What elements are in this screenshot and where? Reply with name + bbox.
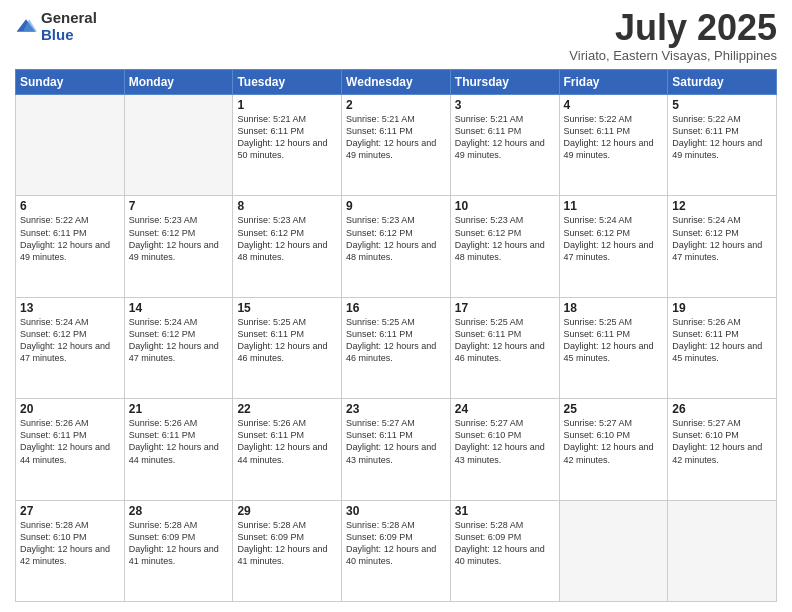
day-number: 24	[455, 402, 555, 416]
day-info: Sunrise: 5:25 AM Sunset: 6:11 PM Dayligh…	[564, 316, 664, 365]
day-number: 29	[237, 504, 337, 518]
day-info: Sunrise: 5:22 AM Sunset: 6:11 PM Dayligh…	[564, 113, 664, 162]
day-number: 9	[346, 199, 446, 213]
calendar-cell: 20Sunrise: 5:26 AM Sunset: 6:11 PM Dayli…	[16, 399, 125, 500]
calendar-cell	[16, 95, 125, 196]
calendar-table: SundayMondayTuesdayWednesdayThursdayFrid…	[15, 69, 777, 602]
day-info: Sunrise: 5:27 AM Sunset: 6:10 PM Dayligh…	[455, 417, 555, 466]
col-header-tuesday: Tuesday	[233, 70, 342, 95]
day-number: 31	[455, 504, 555, 518]
day-number: 17	[455, 301, 555, 315]
day-number: 7	[129, 199, 229, 213]
calendar-cell: 11Sunrise: 5:24 AM Sunset: 6:12 PM Dayli…	[559, 196, 668, 297]
calendar-cell: 14Sunrise: 5:24 AM Sunset: 6:12 PM Dayli…	[124, 297, 233, 398]
logo: General Blue	[15, 10, 97, 43]
header: General Blue July 2025 Viriato, Eastern …	[15, 10, 777, 63]
day-number: 25	[564, 402, 664, 416]
calendar-cell	[559, 500, 668, 601]
calendar-cell: 21Sunrise: 5:26 AM Sunset: 6:11 PM Dayli…	[124, 399, 233, 500]
day-number: 30	[346, 504, 446, 518]
day-info: Sunrise: 5:22 AM Sunset: 6:11 PM Dayligh…	[672, 113, 772, 162]
day-number: 23	[346, 402, 446, 416]
day-number: 1	[237, 98, 337, 112]
day-info: Sunrise: 5:28 AM Sunset: 6:09 PM Dayligh…	[129, 519, 229, 568]
calendar-week-row: 1Sunrise: 5:21 AM Sunset: 6:11 PM Daylig…	[16, 95, 777, 196]
day-number: 10	[455, 199, 555, 213]
day-number: 27	[20, 504, 120, 518]
calendar-cell: 13Sunrise: 5:24 AM Sunset: 6:12 PM Dayli…	[16, 297, 125, 398]
day-info: Sunrise: 5:26 AM Sunset: 6:11 PM Dayligh…	[672, 316, 772, 365]
calendar-cell: 1Sunrise: 5:21 AM Sunset: 6:11 PM Daylig…	[233, 95, 342, 196]
calendar-cell: 26Sunrise: 5:27 AM Sunset: 6:10 PM Dayli…	[668, 399, 777, 500]
day-info: Sunrise: 5:21 AM Sunset: 6:11 PM Dayligh…	[455, 113, 555, 162]
day-info: Sunrise: 5:28 AM Sunset: 6:09 PM Dayligh…	[237, 519, 337, 568]
calendar-cell: 17Sunrise: 5:25 AM Sunset: 6:11 PM Dayli…	[450, 297, 559, 398]
logo-text: General Blue	[41, 10, 97, 43]
calendar-cell: 28Sunrise: 5:28 AM Sunset: 6:09 PM Dayli…	[124, 500, 233, 601]
day-info: Sunrise: 5:22 AM Sunset: 6:11 PM Dayligh…	[20, 214, 120, 263]
day-info: Sunrise: 5:25 AM Sunset: 6:11 PM Dayligh…	[346, 316, 446, 365]
calendar-cell: 25Sunrise: 5:27 AM Sunset: 6:10 PM Dayli…	[559, 399, 668, 500]
day-info: Sunrise: 5:26 AM Sunset: 6:11 PM Dayligh…	[129, 417, 229, 466]
calendar-cell: 10Sunrise: 5:23 AM Sunset: 6:12 PM Dayli…	[450, 196, 559, 297]
calendar-cell	[668, 500, 777, 601]
col-header-wednesday: Wednesday	[342, 70, 451, 95]
day-info: Sunrise: 5:28 AM Sunset: 6:10 PM Dayligh…	[20, 519, 120, 568]
calendar-week-row: 6Sunrise: 5:22 AM Sunset: 6:11 PM Daylig…	[16, 196, 777, 297]
day-info: Sunrise: 5:21 AM Sunset: 6:11 PM Dayligh…	[237, 113, 337, 162]
calendar-cell: 4Sunrise: 5:22 AM Sunset: 6:11 PM Daylig…	[559, 95, 668, 196]
calendar-cell: 15Sunrise: 5:25 AM Sunset: 6:11 PM Dayli…	[233, 297, 342, 398]
calendar-cell: 19Sunrise: 5:26 AM Sunset: 6:11 PM Dayli…	[668, 297, 777, 398]
calendar-cell: 16Sunrise: 5:25 AM Sunset: 6:11 PM Dayli…	[342, 297, 451, 398]
day-info: Sunrise: 5:26 AM Sunset: 6:11 PM Dayligh…	[237, 417, 337, 466]
calendar-cell	[124, 95, 233, 196]
calendar-cell: 9Sunrise: 5:23 AM Sunset: 6:12 PM Daylig…	[342, 196, 451, 297]
col-header-sunday: Sunday	[16, 70, 125, 95]
col-header-saturday: Saturday	[668, 70, 777, 95]
calendar-cell: 30Sunrise: 5:28 AM Sunset: 6:09 PM Dayli…	[342, 500, 451, 601]
day-number: 14	[129, 301, 229, 315]
calendar-cell: 3Sunrise: 5:21 AM Sunset: 6:11 PM Daylig…	[450, 95, 559, 196]
day-number: 13	[20, 301, 120, 315]
day-info: Sunrise: 5:27 AM Sunset: 6:11 PM Dayligh…	[346, 417, 446, 466]
calendar-header-row: SundayMondayTuesdayWednesdayThursdayFrid…	[16, 70, 777, 95]
day-number: 12	[672, 199, 772, 213]
day-info: Sunrise: 5:27 AM Sunset: 6:10 PM Dayligh…	[564, 417, 664, 466]
calendar-week-row: 20Sunrise: 5:26 AM Sunset: 6:11 PM Dayli…	[16, 399, 777, 500]
day-number: 8	[237, 199, 337, 213]
calendar-cell: 7Sunrise: 5:23 AM Sunset: 6:12 PM Daylig…	[124, 196, 233, 297]
day-info: Sunrise: 5:23 AM Sunset: 6:12 PM Dayligh…	[129, 214, 229, 263]
day-number: 28	[129, 504, 229, 518]
day-number: 3	[455, 98, 555, 112]
calendar-cell: 31Sunrise: 5:28 AM Sunset: 6:09 PM Dayli…	[450, 500, 559, 601]
title-location: Viriato, Eastern Visayas, Philippines	[569, 48, 777, 63]
calendar-cell: 29Sunrise: 5:28 AM Sunset: 6:09 PM Dayli…	[233, 500, 342, 601]
day-info: Sunrise: 5:23 AM Sunset: 6:12 PM Dayligh…	[346, 214, 446, 263]
day-info: Sunrise: 5:28 AM Sunset: 6:09 PM Dayligh…	[455, 519, 555, 568]
calendar-cell: 5Sunrise: 5:22 AM Sunset: 6:11 PM Daylig…	[668, 95, 777, 196]
calendar-cell: 12Sunrise: 5:24 AM Sunset: 6:12 PM Dayli…	[668, 196, 777, 297]
calendar-cell: 22Sunrise: 5:26 AM Sunset: 6:11 PM Dayli…	[233, 399, 342, 500]
day-number: 26	[672, 402, 772, 416]
day-number: 11	[564, 199, 664, 213]
col-header-thursday: Thursday	[450, 70, 559, 95]
logo-general: General	[41, 10, 97, 27]
title-month: July 2025	[569, 10, 777, 46]
day-number: 15	[237, 301, 337, 315]
col-header-monday: Monday	[124, 70, 233, 95]
logo-icon	[15, 16, 37, 38]
day-info: Sunrise: 5:26 AM Sunset: 6:11 PM Dayligh…	[20, 417, 120, 466]
calendar-cell: 27Sunrise: 5:28 AM Sunset: 6:10 PM Dayli…	[16, 500, 125, 601]
day-info: Sunrise: 5:21 AM Sunset: 6:11 PM Dayligh…	[346, 113, 446, 162]
day-number: 20	[20, 402, 120, 416]
day-number: 21	[129, 402, 229, 416]
page: General Blue July 2025 Viriato, Eastern …	[0, 0, 792, 612]
day-info: Sunrise: 5:27 AM Sunset: 6:10 PM Dayligh…	[672, 417, 772, 466]
day-number: 22	[237, 402, 337, 416]
day-info: Sunrise: 5:23 AM Sunset: 6:12 PM Dayligh…	[237, 214, 337, 263]
logo-blue: Blue	[41, 27, 97, 44]
day-info: Sunrise: 5:24 AM Sunset: 6:12 PM Dayligh…	[20, 316, 120, 365]
day-info: Sunrise: 5:23 AM Sunset: 6:12 PM Dayligh…	[455, 214, 555, 263]
day-number: 19	[672, 301, 772, 315]
calendar-cell: 18Sunrise: 5:25 AM Sunset: 6:11 PM Dayli…	[559, 297, 668, 398]
